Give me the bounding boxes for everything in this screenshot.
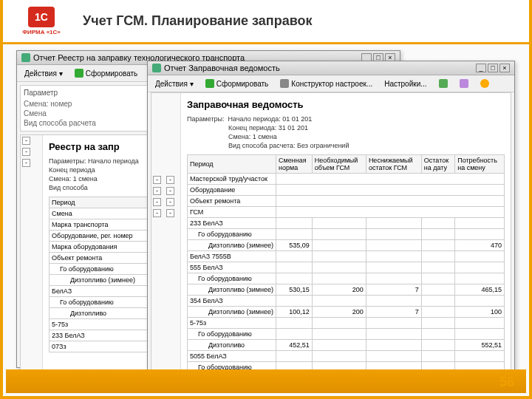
table-cell	[366, 296, 421, 307]
table-cell	[421, 318, 454, 329]
vedomost-table: Период Сменная норма Необходимый объем Г…	[187, 154, 505, 381]
table-cell	[312, 240, 366, 251]
window-vedomost-title: Отчет Заправочная ведомость	[164, 64, 280, 72]
table-row: Го оборудованию	[188, 329, 505, 340]
table-cell: 555 БелАЗ	[188, 262, 276, 273]
toolbar-icon-1[interactable]	[436, 78, 451, 89]
play-icon	[205, 79, 214, 88]
table-cell: Дизтопливо (зимнее)	[188, 284, 276, 296]
table-cell	[421, 218, 454, 229]
vedomost-doc-area: - - - - - - - - Заправочная ведомость Па…	[151, 92, 511, 381]
tree-gutter: - - -	[21, 135, 43, 370]
table-row: Дизтопливо452,51552,51	[188, 340, 505, 351]
table-row: Дизтопливо (зимнее)535,09470	[188, 240, 505, 251]
table-cell: 7	[366, 307, 421, 318]
table-row: Го оборудованию	[188, 229, 505, 240]
table-cell	[455, 229, 505, 240]
table-cell: БелАЗ 7555В	[188, 251, 276, 262]
table-cell	[366, 318, 421, 329]
table-cell	[312, 229, 366, 240]
collapse-button[interactable]: -	[153, 176, 161, 184]
table-cell	[276, 262, 313, 273]
sform-button[interactable]: Сформировать	[72, 67, 141, 79]
report-icon	[152, 64, 161, 72]
close-button[interactable]: ×	[499, 64, 510, 72]
page-title: Учет ГСМ. Планирование заправок	[83, 13, 313, 29]
col-ostatok: Остаток на дату	[421, 155, 454, 174]
table-cell	[312, 318, 366, 329]
table-cell	[366, 340, 421, 351]
collapse-button[interactable]: -	[166, 209, 174, 217]
table-cell	[366, 251, 421, 262]
logo-badge: 1C	[28, 7, 55, 27]
minimize-button[interactable]: _	[476, 64, 486, 72]
table-row: Го оборудованию	[188, 273, 505, 284]
collapse-button[interactable]: -	[153, 198, 161, 206]
table-row: 555 БелАЗ	[188, 262, 505, 273]
table-row: БелАЗ 7555В	[188, 251, 505, 262]
table-header-row: Период Сменная норма Необходимый объем Г…	[188, 155, 505, 174]
konstr-button[interactable]: Конструктор настроек...	[277, 78, 375, 89]
collapse-button[interactable]: -	[153, 187, 161, 195]
slide-frame: 1C ФИРМА «1С» Учет ГСМ. Планирование зап…	[0, 0, 532, 399]
collapse-button[interactable]: -	[22, 148, 30, 156]
collapse-button[interactable]: -	[153, 209, 161, 217]
table-cell: Оборудование	[188, 185, 276, 196]
table-cell	[276, 273, 313, 284]
window-vedomost: Отчет Заправочная ведомость _ □ × Действ…	[147, 61, 515, 377]
table-cell	[421, 262, 454, 273]
report-icon	[21, 53, 30, 62]
table-cell	[276, 218, 313, 229]
table-row: 5055 БелАЗ	[188, 351, 505, 362]
actions-menu[interactable]: Действия ▾	[152, 78, 197, 89]
toolbar-icon-2[interactable]	[457, 78, 471, 89]
actions-menu[interactable]: Действия ▾	[21, 68, 66, 79]
table-cell	[421, 273, 454, 284]
window-vedomost-toolbar: Действия ▾ Сформировать Конструктор наст…	[148, 75, 514, 92]
maximize-button[interactable]: □	[488, 64, 498, 72]
chart-icon	[460, 79, 468, 88]
table-cell: 100,12	[276, 307, 313, 318]
table-cell	[366, 218, 421, 229]
table-cell	[276, 351, 313, 362]
table-cell	[276, 296, 313, 307]
table-cell	[421, 229, 454, 240]
logo-subtext: ФИРМА «1С»	[22, 29, 61, 35]
table-cell	[455, 251, 505, 262]
table-cell: 530,15	[276, 284, 313, 296]
sform-button[interactable]: Сформировать	[202, 78, 272, 89]
settings-button[interactable]: Настройки...	[381, 78, 429, 89]
table-cell	[366, 262, 421, 273]
help-button[interactable]	[477, 78, 492, 89]
col-norma: Сменная норма	[276, 155, 313, 174]
table-cell: 233 БелАЗ	[188, 218, 276, 229]
vedomost-doc-title: Заправочная ведомость	[187, 99, 505, 110]
table-cell: 465,15	[455, 284, 505, 296]
table-cell	[455, 262, 505, 273]
collapse-button[interactable]: -	[166, 176, 174, 184]
footer-bar	[6, 369, 526, 393]
wrench-icon	[280, 79, 289, 88]
table-cell: 7	[366, 284, 421, 296]
tree-gutter: - - - - - - - -	[151, 93, 181, 380]
collapse-button[interactable]: -	[166, 198, 174, 206]
table-cell	[366, 229, 421, 240]
table-cell	[421, 296, 454, 307]
table-cell: Го оборудованию	[188, 329, 276, 340]
question-icon	[480, 79, 489, 88]
table-cell: 452,51	[276, 340, 313, 351]
collapse-button[interactable]: -	[22, 159, 30, 167]
table-cell: Го оборудованию	[188, 273, 276, 284]
table-cell: Дизтопливо (зимнее)	[188, 240, 276, 251]
table-cell	[421, 251, 454, 262]
collapse-button[interactable]: -	[22, 137, 30, 145]
table-cell	[421, 329, 454, 340]
table-cell	[312, 340, 366, 351]
table-cell: 5055 БелАЗ	[188, 351, 276, 362]
table-cell	[312, 262, 366, 273]
vedomost-doc-params: Параметры: Начало периода: 01 01 201 Кон…	[187, 115, 505, 150]
table-cell	[276, 329, 313, 340]
collapse-button[interactable]: -	[166, 187, 174, 195]
table-cell	[312, 273, 366, 284]
window-vedomost-titlebar[interactable]: Отчет Заправочная ведомость _ □ ×	[148, 61, 514, 75]
